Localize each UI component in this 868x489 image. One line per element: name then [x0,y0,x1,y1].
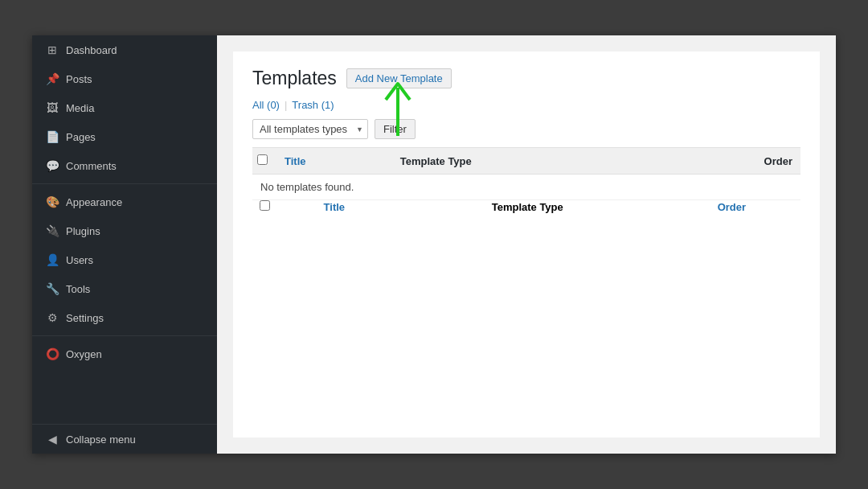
sidebar-item-label: Oxygen [66,348,102,360]
page-title: Templates [252,68,337,89]
title-sort-link[interactable]: Title [285,155,306,167]
tools-icon: 🔧 [45,281,59,296]
table-nav: All templates types Filter [252,119,800,139]
col-order-header: Order [663,148,800,175]
sidebar-item-label: Tools [66,283,90,295]
table-footer-row: Title Template Type Order [252,200,800,214]
collapse-menu-button[interactable]: ◀ Collapse menu [32,425,217,454]
sidebar-item-oxygen[interactable]: ⭕ Oxygen [32,339,217,368]
order-sort-footer-link[interactable]: Order [718,201,746,213]
no-items-row: No templates found. [252,175,800,200]
trash-filter-link[interactable]: Trash (1) [292,99,334,111]
sidebar-item-label: Plugins [66,225,100,237]
sidebar-item-users[interactable]: 👤 Users [32,245,217,274]
sidebar-item-media[interactable]: 🖼 Media [32,93,217,122]
sidebar-item-label: Users [66,254,93,266]
templates-type-select-wrapper: All templates types [252,119,368,139]
users-icon: 👤 [45,253,59,267]
col-template-type-footer: Template Type [392,200,663,214]
collapse-menu-label: Collapse menu [66,434,136,446]
title-sort-footer-link[interactable]: Title [324,201,346,213]
filter-button[interactable]: Filter [375,119,416,139]
filter-separator: | [285,99,287,111]
table-header-row: Title Template Type Order [252,148,800,175]
sidebar: ⊞ Dashboard 📌 Posts 🖼 Media 📄 Pages 💬 Co… [32,35,217,454]
templates-type-select[interactable]: All templates types [252,119,368,139]
dashboard-icon: ⊞ [45,43,59,57]
col-order-footer: Order [663,200,800,214]
templates-table: Title Template Type Order No templates f… [252,147,800,213]
sidebar-item-label: Appearance [66,196,122,208]
sidebar-item-label: Media [66,102,94,114]
sidebar-item-posts[interactable]: 📌 Posts [32,64,217,93]
sidebar-item-settings[interactable]: ⚙ Settings [32,303,217,332]
sidebar-item-comments[interactable]: 💬 Comments [32,151,217,180]
sidebar-item-label: Comments [66,160,117,172]
sidebar-item-appearance[interactable]: 🎨 Appearance [32,187,217,216]
plugins-icon: 🔌 [45,224,59,238]
all-filter-link[interactable]: All (0) [252,99,280,111]
settings-icon: ⚙ [45,310,59,325]
col-checkbox-header [252,148,276,175]
col-title-footer: Title [276,200,392,214]
col-checkbox-footer [252,200,276,214]
add-new-template-button[interactable]: Add New Template [346,68,452,88]
main-inner: Templates Add New Template All (0) | Tra… [233,51,820,438]
sidebar-item-label: Pages [66,131,96,143]
sidebar-item-label: Posts [66,73,92,85]
page-header: Templates Add New Template [252,68,800,89]
posts-icon: 📌 [45,72,59,86]
sidebar-item-label: Settings [66,312,104,324]
col-title-header: Title [276,148,392,175]
sidebar-divider-2 [32,335,217,336]
col-template-type-header: Template Type [392,148,663,175]
comments-icon: 💬 [45,158,59,173]
sidebar-item-pages[interactable]: 📄 Pages [32,122,217,151]
filter-links: All (0) | Trash (1) [252,99,800,111]
sidebar-item-plugins[interactable]: 🔌 Plugins [32,216,217,245]
oxygen-icon: ⭕ [45,347,59,361]
media-icon: 🖼 [45,101,59,115]
collapse-icon: ◀ [45,432,59,446]
main-content: Templates Add New Template All (0) | Tra… [217,35,836,454]
no-items-message: No templates found. [252,175,800,200]
sidebar-divider [32,183,217,184]
sidebar-bottom: ◀ Collapse menu [32,424,217,454]
appearance-icon: 🎨 [45,195,59,209]
pages-icon: 📄 [45,129,59,144]
select-all-footer-checkbox[interactable] [260,200,270,211]
sidebar-item-tools[interactable]: 🔧 Tools [32,274,217,303]
sidebar-item-label: Dashboard [66,44,117,56]
select-all-checkbox[interactable] [257,154,268,165]
sidebar-item-dashboard[interactable]: ⊞ Dashboard [32,35,217,64]
